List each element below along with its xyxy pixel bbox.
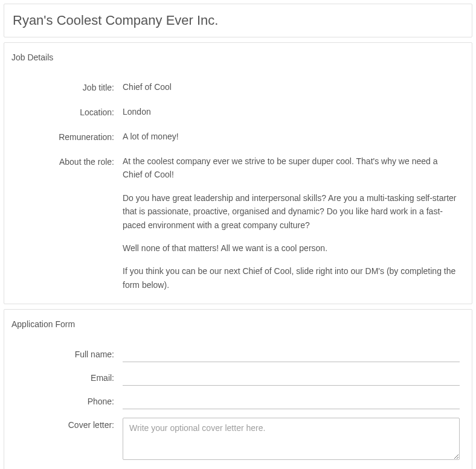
email-input[interactable]: [123, 371, 460, 386]
job-title-value: Chief of Cool: [123, 80, 460, 94]
company-name: Ryan's Coolest Company Ever Inc.: [13, 13, 463, 28]
job-details-card: Job Details Job title: Chief of Cool Loc…: [4, 42, 472, 304]
email-row: Email:: [11, 371, 460, 386]
location-value: London: [123, 105, 460, 118]
job-title-label: Job title:: [11, 80, 123, 94]
location-row: Location: London: [11, 105, 460, 119]
application-form-card: Application Form Full name: Email: Phone…: [4, 309, 472, 469]
about-paragraph-1: At the coolest company ever we strive to…: [123, 155, 460, 182]
cover-letter-textarea[interactable]: [123, 418, 460, 460]
full-name-input[interactable]: [123, 347, 460, 362]
about-row: About the role: At the coolest company e…: [11, 155, 460, 292]
email-label: Email:: [11, 371, 123, 384]
cover-letter-row: Cover letter:: [11, 418, 460, 464]
full-name-label: Full name:: [11, 347, 123, 361]
header-card: Ryan's Coolest Company Ever Inc.: [4, 4, 472, 37]
full-name-row: Full name:: [11, 347, 460, 362]
remuneration-label: Remuneration:: [11, 130, 123, 144]
location-label: Location:: [11, 105, 123, 119]
job-title-row: Job title: Chief of Cool: [11, 80, 460, 94]
about-label: About the role:: [11, 155, 123, 168]
remuneration-value: A lot of money!: [123, 130, 460, 143]
job-details-title: Job Details: [11, 53, 460, 62]
application-form-title: Application Form: [11, 319, 460, 329]
about-paragraph-3: Well none of that matters! All we want i…: [123, 241, 460, 255]
remuneration-row: Remuneration: A lot of money!: [11, 130, 460, 144]
phone-input[interactable]: [123, 394, 460, 409]
about-value: At the coolest company ever we strive to…: [123, 155, 460, 292]
cover-letter-label: Cover letter:: [11, 418, 123, 432]
about-paragraph-2: Do you have great leadership and interpe…: [123, 191, 460, 232]
phone-row: Phone:: [11, 394, 460, 409]
about-paragraph-4: If you think you can be our next Chief o…: [123, 264, 460, 292]
phone-label: Phone:: [11, 394, 123, 408]
